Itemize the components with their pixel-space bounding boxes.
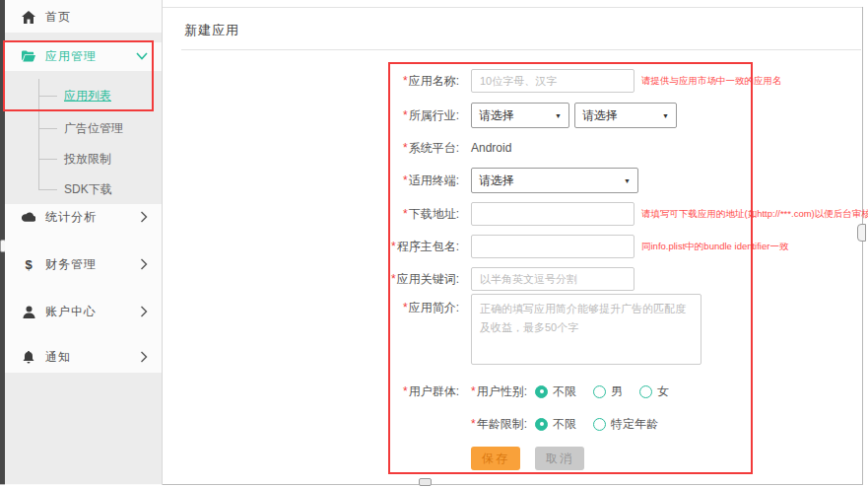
- form-row-industry: *所属行业: 请选择 ▼ 请选择 ▼: [380, 103, 677, 128]
- gender-sub-label: *用户性别:: [471, 383, 527, 400]
- age-option-specific[interactable]: 特定年龄: [593, 416, 658, 433]
- industry-primary-select[interactable]: 请选择 ▼: [471, 103, 569, 128]
- sidebar-item-label: 应用管理: [45, 48, 97, 65]
- chevron-right-icon: [140, 306, 148, 317]
- chevron-right-icon: [140, 258, 148, 270]
- field-label: *适用终端:: [380, 173, 459, 189]
- sidebar-item-app-management[interactable]: 应用管理: [5, 41, 162, 71]
- radio-selected-icon: [535, 385, 548, 398]
- radio-icon: [593, 418, 606, 431]
- industry-secondary-select[interactable]: 请选择 ▼: [574, 103, 677, 128]
- tree-line: [38, 96, 57, 97]
- cancel-button[interactable]: 取消: [535, 447, 584, 470]
- bell-icon: [22, 350, 35, 364]
- field-label: *用户群体:: [380, 383, 459, 400]
- required-asterisk: *: [403, 384, 408, 398]
- cloud-icon: [22, 210, 35, 224]
- download-url-hint: 请填写可下载应用的地址(如http://***.com)以便后台审核: [641, 208, 868, 221]
- required-asterisk: *: [403, 207, 408, 221]
- save-button[interactable]: 保存: [471, 447, 520, 470]
- age-radio-group: 不限 特定年龄: [535, 416, 675, 433]
- required-asterisk: *: [403, 174, 408, 187]
- download-url-input[interactable]: [471, 202, 634, 226]
- sidebar-item-account[interactable]: 账户中心: [5, 297, 162, 326]
- required-asterisk: *: [403, 301, 408, 314]
- dropdown-caret-icon: ▼: [662, 112, 669, 119]
- chevron-right-icon: [140, 351, 148, 363]
- sidebar-item-label: 财务管理: [45, 256, 97, 273]
- bottom-resize-handle[interactable]: [419, 478, 432, 486]
- keywords-input[interactable]: [471, 267, 634, 291]
- required-asterisk: *: [471, 384, 476, 398]
- radio-icon: [639, 385, 652, 398]
- app-name-input[interactable]: [471, 69, 634, 93]
- form-row-download-url: *下载地址: 请填写可下载应用的地址(如http://***.com)以便后台审…: [380, 201, 868, 227]
- title-divider: [181, 49, 861, 50]
- user-icon: [22, 305, 35, 318]
- dropdown-caret-icon: ▼: [555, 112, 562, 119]
- tree-line: [38, 159, 57, 160]
- form-row-gender: *用户群体: *用户性别: 不限 男 女: [380, 379, 686, 404]
- form-row-terminal: *适用终端: 请选择 ▼: [380, 168, 638, 193]
- sidebar-item-label: 账户中心: [45, 304, 97, 320]
- app-name-hint: 请提供与应用市场中一致的应用名: [641, 75, 782, 88]
- required-asterisk: *: [403, 141, 408, 155]
- gender-radio-group: 不限 男 女: [535, 383, 686, 400]
- age-sub-label: *年龄限制:: [471, 416, 527, 433]
- app-window: 首页 应用管理 应用列表 广告位管理 投放限制 SDK下载 统计分析: [0, 0, 868, 487]
- field-label: *应用名称:: [380, 73, 459, 90]
- form-row-package-name: *程序主包名: 同info.plist中的bundle identifier一致: [380, 234, 788, 259]
- field-label: *系统平台:: [380, 140, 459, 157]
- gender-option-male[interactable]: 男: [593, 383, 623, 400]
- sidebar-subitem-delivery-limit[interactable]: 投放限制: [64, 151, 158, 167]
- sidebar-item-label: 通知: [45, 349, 71, 366]
- chevron-right-icon: [140, 211, 148, 223]
- form-row-app-name: *应用名称: 请提供与应用市场中一致的应用名: [380, 68, 782, 94]
- field-label: *下载地址:: [380, 206, 459, 223]
- sidebar: 首页 应用管理 应用列表 广告位管理 投放限制 SDK下载 统计分析: [5, 0, 163, 485]
- form-row-platform: *系统平台: Android: [380, 135, 511, 161]
- required-asterisk: *: [471, 417, 476, 431]
- page-title: 新建应用: [184, 22, 239, 39]
- package-name-input[interactable]: [471, 235, 634, 258]
- sidebar-item-finance[interactable]: $ 财务管理: [5, 249, 162, 279]
- radio-selected-icon: [535, 418, 548, 431]
- form-row-keywords: *应用关键词:: [380, 266, 634, 292]
- required-asterisk: *: [391, 272, 396, 286]
- top-border: [163, 7, 862, 8]
- field-label: *程序主包名:: [380, 239, 459, 255]
- sidebar-subitem-sdk-download[interactable]: SDK下载: [64, 181, 158, 197]
- home-icon: [22, 10, 35, 24]
- field-label: *应用简介:: [380, 300, 459, 316]
- required-asterisk: *: [403, 74, 408, 88]
- dollar-icon: $: [22, 257, 35, 271]
- sidebar-subitem-ad-slot[interactable]: 广告位管理: [64, 120, 158, 136]
- form-row-age: *年龄限制: 不限 特定年龄: [380, 411, 675, 437]
- tree-line: [38, 128, 57, 129]
- sidebar-item-statistics[interactable]: 统计分析: [5, 202, 162, 232]
- intro-textarea[interactable]: [471, 294, 701, 365]
- sidebar-item-label: 首页: [45, 9, 71, 26]
- age-option-unlimited[interactable]: 不限: [535, 416, 576, 433]
- sidebar-subitem-app-list[interactable]: 应用列表: [64, 88, 158, 104]
- sidebar-item-label: 统计分析: [45, 209, 97, 226]
- terminal-select[interactable]: 请选择 ▼: [471, 168, 638, 193]
- platform-value: Android: [471, 141, 511, 155]
- form-row-intro: *应用简介:: [380, 294, 701, 373]
- dropdown-caret-icon: ▼: [624, 177, 631, 184]
- required-asterisk: *: [403, 108, 408, 122]
- chevron-down-icon: [136, 52, 148, 60]
- package-name-hint: 同info.plist中的bundle identifier一致: [641, 241, 788, 253]
- sidebar-item-home[interactable]: 首页: [5, 2, 162, 32]
- gender-option-female[interactable]: 女: [639, 383, 669, 400]
- sidebar-item-notifications[interactable]: 通知: [5, 342, 162, 372]
- tree-line: [38, 189, 57, 190]
- radio-icon: [593, 385, 606, 398]
- required-asterisk: *: [391, 240, 396, 253]
- right-border: [862, 7, 863, 485]
- field-label: *应用关键词:: [380, 271, 459, 288]
- field-label: *所属行业:: [380, 107, 459, 124]
- form-actions: 保存 取消: [380, 446, 584, 471]
- sidebar-filler: [5, 373, 162, 484]
- gender-option-unlimited[interactable]: 不限: [535, 383, 576, 400]
